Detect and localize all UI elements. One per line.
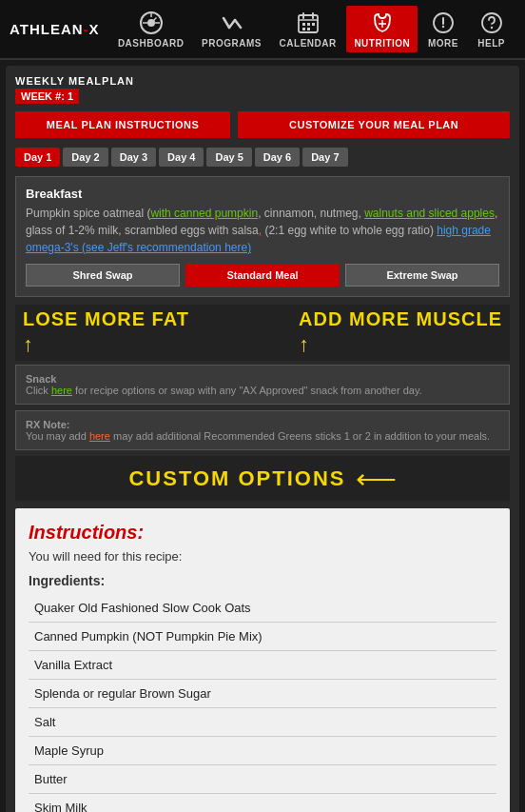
rx-note-link[interactable]: here bbox=[89, 430, 110, 442]
lose-fat-text: LOSE MORE FAT bbox=[23, 308, 189, 330]
list-item: Splenda or regular Brown Sugar bbox=[29, 680, 496, 708]
ingredients-list: Quaker Old Fashioned Slow Cook Oats Cann… bbox=[29, 594, 496, 812]
dashboard-icon bbox=[136, 10, 166, 36]
standard-meal-button[interactable]: Standard Meal bbox=[185, 264, 340, 287]
snack-section: Snack Click here for recipe options or s… bbox=[15, 365, 510, 405]
list-item: Maple Syrup bbox=[29, 737, 496, 765]
rx-note-text: You may add here may add additional Reco… bbox=[26, 430, 490, 442]
nav-item-programs[interactable]: PROGRAMS bbox=[194, 6, 269, 52]
plan-buttons: MEAL PLAN INSTRUCTIONS CUSTOMIZE YOUR ME… bbox=[15, 111, 510, 138]
nav-item-more[interactable]: MORE bbox=[420, 6, 466, 52]
swap-buttons: Shred Swap Standard Meal Extreme Swap bbox=[26, 264, 499, 287]
shred-swap-button[interactable]: Shred Swap bbox=[26, 264, 180, 287]
svg-rect-15 bbox=[312, 23, 315, 26]
custom-options-text: CUSTOM OPTIONS bbox=[128, 466, 345, 491]
lose-fat-arrow: ↑ bbox=[23, 332, 33, 357]
nav-item-dashboard[interactable]: DASHBOARD bbox=[110, 6, 192, 52]
list-item: Butter bbox=[29, 765, 496, 794]
list-item: Vanilla Extract bbox=[29, 651, 496, 680]
nav-items: DASHBOARD PROGRAMS bbox=[109, 6, 515, 52]
customize-meal-plan-button[interactable]: CUSTOMIZE YOUR MEAL PLAN bbox=[238, 111, 510, 138]
extreme-swap-button[interactable]: Extreme Swap bbox=[345, 264, 499, 287]
custom-options-row: CUSTOM OPTIONS ⟵ bbox=[15, 456, 510, 501]
meal-plan-instructions-button[interactable]: MEAL PLAN INSTRUCTIONS bbox=[15, 111, 230, 138]
add-muscle-text: ADD MORE MUSCLE bbox=[299, 308, 502, 330]
add-muscle-annotation: ADD MORE MUSCLE ↑ bbox=[299, 308, 502, 357]
annotation-row: LOSE MORE FAT ↑ ADD MORE MUSCLE ↑ bbox=[15, 305, 510, 361]
breakfast-description: Pumpkin spice oatmeal (with canned pumpk… bbox=[26, 205, 499, 256]
svg-line-7 bbox=[229, 20, 235, 28]
nav-label-dashboard: DASHBOARD bbox=[118, 38, 185, 49]
svg-point-22 bbox=[442, 26, 444, 28]
week-label: WEEK #: 1 bbox=[15, 89, 79, 104]
list-item: Skim Milk bbox=[29, 794, 496, 812]
tab-day1[interactable]: Day 1 bbox=[15, 148, 60, 167]
section-label: WEEKLY MEALPLAN bbox=[15, 75, 510, 87]
svg-point-23 bbox=[482, 13, 501, 32]
breakfast-card: Breakfast Pumpkin spice oatmeal (with ca… bbox=[15, 176, 510, 297]
breakfast-title: Breakfast bbox=[26, 187, 499, 201]
nav-label-programs: PROGRAMS bbox=[202, 38, 262, 49]
tab-day2[interactable]: Day 2 bbox=[63, 148, 107, 167]
list-item: Salt bbox=[29, 708, 496, 737]
nav-label-help: HELP bbox=[477, 38, 505, 49]
snack-link[interactable]: here bbox=[51, 385, 72, 396]
top-navigation: ATHLEAN-X DASHBOARD bbox=[0, 0, 525, 60]
tab-day6[interactable]: Day 6 bbox=[255, 148, 300, 167]
svg-rect-14 bbox=[307, 23, 310, 26]
nav-label-calendar: CALENDAR bbox=[280, 38, 337, 49]
snack-label: Snack bbox=[26, 373, 56, 385]
svg-rect-16 bbox=[302, 28, 305, 30]
svg-line-6 bbox=[224, 18, 229, 28]
main-content: WEEKLY MEALPLAN WEEK #: 1 MEAL PLAN INST… bbox=[6, 66, 519, 812]
rx-note-label: RX Note: bbox=[26, 419, 69, 430]
nav-label-more: MORE bbox=[428, 38, 458, 49]
add-muscle-arrow: ↑ bbox=[299, 332, 309, 357]
snack-text: Click here for recipe options or swap wi… bbox=[26, 385, 422, 396]
ingredients-title: Ingredients: bbox=[29, 573, 496, 588]
help-icon bbox=[476, 10, 507, 36]
breakfast-link-walnuts[interactable]: walnuts and sliced apples bbox=[364, 207, 495, 220]
programs-icon bbox=[217, 10, 247, 36]
day-tabs: Day 1 Day 2 Day 3 Day 4 Day 5 Day 6 Day … bbox=[15, 148, 510, 167]
breakfast-link-pumpkin[interactable]: with canned pumpkin bbox=[150, 207, 258, 220]
list-item: Canned Pumpkin (NOT Pumpkin Pie Mix) bbox=[29, 623, 496, 651]
nav-item-nutrition[interactable]: NUTRITION bbox=[346, 6, 418, 52]
nav-item-calendar[interactable]: CALENDAR bbox=[272, 6, 344, 52]
brand-name: ATHLEAN-X bbox=[10, 21, 100, 37]
brand-logo: ATHLEAN-X bbox=[10, 21, 100, 37]
svg-point-24 bbox=[490, 27, 492, 29]
tab-day7[interactable]: Day 7 bbox=[302, 148, 347, 167]
instructions-title: Instructions: bbox=[29, 522, 496, 544]
breakfast-desc-plain: Pumpkin spice oatmeal ( bbox=[26, 207, 150, 220]
tab-day5[interactable]: Day 5 bbox=[206, 148, 251, 167]
custom-options-arrow: ⟵ bbox=[356, 462, 397, 495]
nav-item-help[interactable]: HELP bbox=[469, 6, 515, 52]
list-item: Quaker Old Fashioned Slow Cook Oats bbox=[29, 594, 496, 623]
instructions-subtitle: You will need for this recipe: bbox=[29, 549, 496, 564]
svg-line-5 bbox=[153, 18, 157, 22]
calendar-icon bbox=[293, 10, 323, 36]
tab-day3[interactable]: Day 3 bbox=[111, 148, 156, 167]
nutrition-icon bbox=[367, 10, 398, 36]
svg-rect-13 bbox=[302, 23, 305, 26]
svg-rect-17 bbox=[307, 28, 310, 30]
svg-line-8 bbox=[235, 20, 241, 28]
rx-note-section: RX Note: You may add here may add additi… bbox=[15, 410, 510, 450]
tab-day4[interactable]: Day 4 bbox=[159, 148, 204, 167]
nav-label-nutrition: NUTRITION bbox=[354, 38, 410, 49]
more-icon bbox=[428, 10, 458, 36]
instructions-section: Instructions: You will need for this rec… bbox=[15, 508, 510, 812]
lose-fat-annotation: LOSE MORE FAT ↑ bbox=[23, 308, 189, 357]
